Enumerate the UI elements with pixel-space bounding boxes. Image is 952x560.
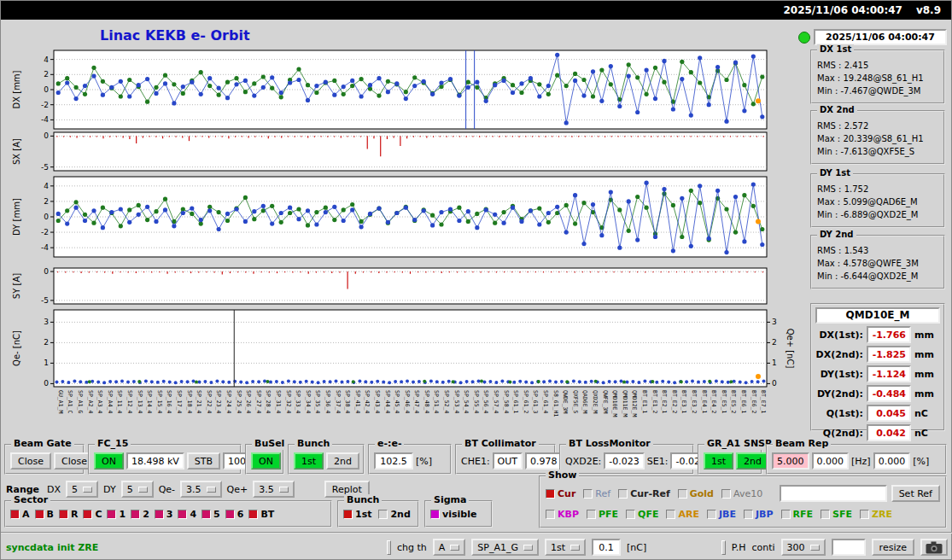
resize-button[interactable]: resize <box>872 539 914 556</box>
svg-text:0: 0 <box>44 267 49 276</box>
range-dx-combo-0[interactable]: 5 <box>66 481 98 498</box>
checkbox[interactable] <box>10 510 20 519</box>
show-check-cur-0[interactable]: Cur <box>546 488 575 499</box>
checkbox[interactable] <box>430 510 440 519</box>
show-check-qfe-2[interactable]: QFE <box>626 509 658 520</box>
chart-sx: 0-5SX [A] <box>12 131 767 171</box>
show-check-are-3[interactable]: ARE <box>666 509 699 520</box>
sector-check-6-9[interactable]: 6 <box>225 509 244 520</box>
checkbox[interactable] <box>178 510 187 519</box>
sector-check-2-5[interactable]: 2 <box>131 509 149 520</box>
checkbox[interactable] <box>707 510 716 519</box>
checkbox[interactable] <box>546 489 555 499</box>
ref-name-input[interactable] <box>780 485 887 502</box>
checkbox[interactable] <box>626 510 635 519</box>
rep-count-combo[interactable]: 300 <box>781 539 826 556</box>
sector-check-4-7[interactable]: 4 <box>178 509 196 520</box>
checkbox[interactable] <box>587 510 596 519</box>
checkbox[interactable] <box>378 510 388 519</box>
checkbox[interactable] <box>248 510 258 519</box>
bunch-combo[interactable]: 1st <box>545 539 586 556</box>
checkbox[interactable] <box>583 489 593 499</box>
checkbox[interactable] <box>860 510 869 519</box>
b unch-2nd-button[interactable]: 2nd <box>326 452 359 470</box>
count-input[interactable] <box>832 539 866 556</box>
sector-check-3-6[interactable]: 3 <box>155 509 173 520</box>
sigma-check-visible-0[interactable]: visible <box>430 509 476 520</box>
svg-text:DY [mm]: DY [mm] <box>12 198 21 236</box>
group-title: Beam Rep <box>773 438 831 450</box>
show-check-gold-3[interactable]: Gold <box>678 488 714 499</box>
range-qe-combo-3[interactable]: 3.5 <box>253 481 295 498</box>
checkbox[interactable] <box>131 510 140 519</box>
busel-on-button[interactable]: ON <box>251 452 281 470</box>
range-row: Range DX5DY5Qe-3.5Qe+3.5 Replot <box>6 479 370 499</box>
checkbox[interactable] <box>618 489 628 499</box>
show-check-pfe-1[interactable]: PFE <box>587 509 618 520</box>
checkbox[interactable] <box>744 510 753 519</box>
set-ref-button[interactable]: Set Ref <box>891 485 940 502</box>
monitor-title: QMD10E_M <box>815 307 940 324</box>
stat-rms: RMS : 1.752 <box>817 183 938 195</box>
sector-check-1-4[interactable]: 1 <box>107 509 126 520</box>
bunch-check-2nd-1[interactable]: 2nd <box>378 509 410 520</box>
show-mode-checks: KBPPFEQFEAREJBEJBPRFESFEZRE <box>546 509 892 520</box>
fc15-stb-button[interactable]: STB <box>187 452 220 470</box>
separator-handle[interactable] <box>721 540 726 555</box>
group-title: Beam Gate <box>11 438 74 450</box>
show-check-jbe-4[interactable]: JBE <box>707 509 736 520</box>
gr-snsr-2nd-button[interactable]: 2nd <box>736 452 769 470</box>
show-check-kbp-0[interactable]: KBP <box>546 509 579 520</box>
gr-snsr-1st-button[interactable]: 1st <box>704 452 733 470</box>
checkbox[interactable] <box>781 510 791 519</box>
che1-value-display: 0.978 <box>525 452 563 470</box>
show-check-rfe-6[interactable]: RFE <box>781 509 814 520</box>
checkbox[interactable] <box>721 489 731 499</box>
beam-rep-group: Beam Rep 5.000 0.000 [Hz] 0.000 [%] <box>766 444 947 475</box>
fc15-on-button[interactable]: ON <box>94 452 124 470</box>
sector-check-c-3[interactable]: C <box>83 509 102 520</box>
checkbox[interactable] <box>155 510 164 519</box>
show-check-ave10-4[interactable]: Ave10 <box>721 488 762 499</box>
svg-text:SP_14_4: SP_14_4 <box>146 390 153 413</box>
checkbox[interactable] <box>546 510 555 519</box>
checkbox[interactable] <box>59 510 68 519</box>
sector-check-bt-10[interactable]: BT <box>248 509 274 520</box>
sector-check-5-8[interactable]: 5 <box>201 509 220 520</box>
range-qe-label-2: Qe- <box>159 484 175 495</box>
show-check-cur-ref-2[interactable]: Cur-Ref <box>618 488 670 499</box>
sector-check-r-2[interactable]: R <box>59 509 78 520</box>
checkbox[interactable] <box>666 510 675 519</box>
sector-check-a-0[interactable]: A <box>10 509 30 520</box>
svg-text:3: 3 <box>772 318 777 326</box>
show-check-ref-1[interactable]: Ref <box>583 488 610 499</box>
sector-combo[interactable]: A <box>433 539 466 556</box>
show-check-sfe-7[interactable]: SFE <box>821 509 852 520</box>
checkbox[interactable] <box>678 489 687 499</box>
checkbox[interactable] <box>343 510 353 519</box>
checkbox[interactable] <box>107 510 116 519</box>
range-qe-combo-2[interactable]: 3.5 <box>180 481 222 498</box>
svg-text:SP_58_4: SP_58_4 <box>503 390 510 413</box>
bunch-1st-button[interactable]: 1st <box>294 452 324 470</box>
show-check-zre-8[interactable]: ZRE <box>860 509 892 520</box>
checkbox[interactable] <box>225 510 235 519</box>
bpm-combo[interactable]: SP_A1_G <box>471 539 539 556</box>
beam-gate-close-button-1[interactable]: Close <box>10 452 51 470</box>
svg-text:BT_E7_1: BT_E7_1 <box>760 390 767 413</box>
svg-text:0: 0 <box>44 213 49 221</box>
statusbar-acquisition-cluster: P.H conti 300 resize <box>721 539 948 556</box>
bunch-check-1st-0[interactable]: 1st <box>343 509 371 520</box>
snapshot-button[interactable] <box>920 539 948 556</box>
combo-value: 300 <box>787 542 805 553</box>
checkbox[interactable] <box>83 510 92 519</box>
svg-text:SP_35_4: SP_35_4 <box>314 390 321 413</box>
svg-text:QMD11E_M: QMD11E_M <box>622 390 628 417</box>
checkbox[interactable] <box>201 510 211 519</box>
range-dy-combo-1[interactable]: 5 <box>121 481 154 498</box>
separator-handle[interactable] <box>387 540 391 555</box>
checkbox[interactable] <box>35 510 44 519</box>
sector-check-b-1[interactable]: B <box>35 509 54 520</box>
show-check-jbp-5[interactable]: JBP <box>744 509 774 520</box>
checkbox[interactable] <box>821 510 830 519</box>
